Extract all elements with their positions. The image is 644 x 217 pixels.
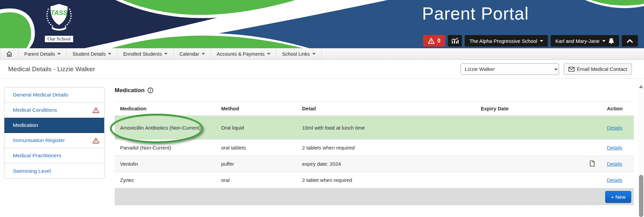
chevron-down-icon — [540, 40, 543, 42]
warning-triangle-icon — [92, 107, 99, 113]
cell-medication: Ventolin — [115, 159, 216, 169]
chevron-down-icon — [108, 53, 111, 55]
nav-calendar[interactable]: Calendar — [174, 48, 211, 59]
cell-expiry — [475, 178, 563, 182]
details-link[interactable]: Details — [607, 125, 622, 131]
home-icon — [6, 51, 12, 57]
nav-home[interactable] — [0, 48, 19, 59]
school-menu-button[interactable]: The Alpha Progressive School — [465, 35, 548, 47]
medical-sidebar: General Medical Details Medical Conditio… — [4, 87, 105, 179]
section-title: Medication — [115, 87, 634, 94]
table-header-row: Medication Method Detail Expiry Date Act… — [115, 102, 634, 116]
details-link[interactable]: Details — [607, 161, 622, 167]
chevron-down-icon — [57, 53, 61, 55]
content-area: General Medical Details Medical Conditio… — [0, 79, 644, 205]
nav-label: School Links — [282, 51, 310, 57]
nav-label: Calendar — [179, 51, 199, 57]
nav-label: Student Details — [72, 51, 106, 57]
cell-detail: 10ml with food at lunch time — [297, 123, 475, 133]
sidebar-item-label: Medical Practitioners — [13, 153, 61, 159]
sidebar-item-medication[interactable]: Medication — [4, 118, 104, 133]
info-icon[interactable] — [147, 87, 153, 93]
nav-student-details[interactable]: Student Details — [67, 48, 117, 59]
notification-bell-icon[interactable] — [608, 38, 614, 44]
nav-label: Enrolled Students — [123, 51, 162, 57]
medication-table: Medication Method Detail Expiry Date Act… — [115, 102, 634, 188]
alerts-count-badge: 0 — [437, 38, 440, 44]
table-footer-bar: + New — [115, 188, 634, 205]
nav-school-links[interactable]: School Links — [276, 48, 322, 59]
email-medical-contact-button[interactable]: Email Medical Contact — [564, 63, 632, 75]
sidebar-item-label: Immunisation Register — [13, 137, 65, 143]
nav-enrolled-students[interactable]: Enrolled Students — [117, 48, 173, 59]
chevron-down-icon — [267, 53, 270, 55]
page-title: Medical Details - Lizzie Walker — [8, 65, 95, 73]
medication-panel: Medication Medication Method Detail Expi… — [115, 87, 634, 205]
sidebar-item-medical-practitioners[interactable]: Medical Practitioners — [4, 148, 104, 163]
page-title-bar: Medical Details - Lizzie Walker Lizzie W… — [0, 60, 644, 79]
details-link[interactable]: Details — [607, 145, 622, 151]
student-select[interactable]: Lizzie Walker — [461, 63, 559, 75]
attachment-document-icon[interactable] — [590, 160, 595, 167]
cell-attachment — [583, 158, 602, 170]
new-medication-button[interactable]: + New — [605, 191, 631, 203]
cell-detail: 2 tablets when required — [297, 143, 475, 153]
chevron-down-icon — [602, 40, 606, 42]
table-row: Panadol (Non-Current) oral tablets 2 tab… — [115, 140, 634, 156]
cell-attachment — [583, 146, 602, 150]
column-header-action: Action — [602, 104, 634, 113]
sidebar-item-immunisation-register[interactable]: Immunisation Register — [4, 133, 104, 148]
cell-method: Oral liquid — [216, 123, 297, 133]
cell-detail: 2 tablet when required — [297, 175, 475, 185]
sidebar-item-medical-conditions[interactable]: Medical Conditions — [4, 103, 104, 118]
column-header-detail: Detail — [297, 104, 475, 113]
details-link[interactable]: Details — [607, 177, 622, 183]
bar-chart-icon — [451, 37, 459, 44]
scrollbar-thumb[interactable] — [639, 175, 643, 217]
cell-expiry — [475, 146, 563, 150]
collapse-header-button[interactable] — [622, 35, 638, 47]
table-row: Ventolin puffer expiry date: 2024 Detail… — [115, 156, 634, 172]
cell-method: oral tablets — [216, 143, 297, 153]
cell-expiry — [475, 126, 563, 130]
reports-button[interactable] — [448, 35, 462, 47]
user-menu-button[interactable]: Karl and Mary-Jane — [551, 35, 619, 47]
scrollbar-up-arrow[interactable] — [639, 85, 643, 88]
column-header-medication: Medication — [115, 104, 216, 113]
sidebar-item-label: Medication — [13, 122, 38, 128]
sidebar-item-swimming-level[interactable]: Swimming Level — [4, 163, 104, 179]
cell-attachment — [583, 178, 602, 182]
cell-attachment — [583, 126, 602, 130]
svg-text:TASS: TASS — [51, 9, 67, 16]
sidebar-item-label: Medical Conditions — [13, 107, 57, 113]
user-menu-label: Karl and Mary-Jane — [555, 38, 599, 44]
school-logo: TASS Our School — [40, 2, 78, 43]
warning-triangle-icon — [92, 137, 99, 144]
envelope-icon — [568, 67, 575, 72]
sidebar-item-general-medical-details[interactable]: General Medical Details — [4, 87, 104, 103]
column-header-expiry-date: Expiry Date — [475, 104, 563, 113]
cell-detail: expiry date: 2024 — [297, 159, 475, 169]
cell-spacer — [563, 126, 583, 130]
cell-medication: Zyrtec — [115, 175, 216, 185]
nav-parent-details[interactable]: Parent Details — [19, 48, 67, 59]
nav-accounts-payments[interactable]: Accounts & Payments — [211, 48, 276, 59]
portal-title: Parent Portal — [393, 3, 558, 24]
table-row: Zyrtec oral 2 tablet when required Detai… — [115, 172, 634, 188]
cell-medication: Panadol (Non-Current) — [115, 143, 216, 153]
cell-method: puffer — [216, 159, 297, 169]
nav-label: Parent Details — [24, 51, 55, 57]
column-header-method: Method — [216, 104, 297, 113]
chevron-down-icon — [202, 53, 205, 55]
chevron-up-icon — [627, 39, 633, 43]
sidebar-item-label: Swimming Level — [13, 168, 51, 174]
cell-spacer — [563, 146, 583, 150]
school-menu-label: The Alpha Progressive School — [469, 38, 537, 44]
column-header-spacer — [563, 107, 583, 111]
header-toolbar: 0 The Alpha Progressive School Karl and … — [423, 35, 638, 47]
cell-medication: Amoxicillin Antibiotics (Non-Current) — [115, 123, 216, 133]
alerts-button[interactable]: 0 — [423, 35, 445, 47]
cell-method: oral — [216, 175, 297, 185]
header-banner: TASS Our School Parent Portal 0 The Alph… — [0, 0, 644, 48]
cell-expiry — [475, 162, 563, 166]
